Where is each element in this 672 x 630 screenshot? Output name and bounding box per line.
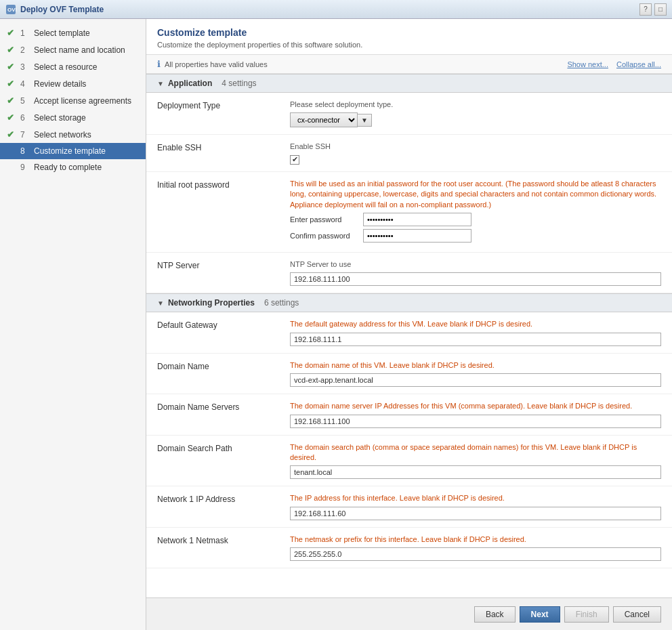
domain-name-servers-input[interactable] xyxy=(290,415,661,428)
deployment-type-arrow-button[interactable]: ▼ xyxy=(358,114,372,127)
expand-button[interactable]: □ xyxy=(654,3,667,16)
domain-search-path-value: The domain search path (comma or space s… xyxy=(290,442,661,480)
domain-name-servers-desc: The domain name server IP Addresses for … xyxy=(290,401,661,411)
initial-root-password-value: This will be used as an initial password… xyxy=(290,179,661,245)
page-subtitle: Customize the deployment properties of t… xyxy=(157,41,661,49)
sidebar-item-customize-template[interactable]: 8 Customize template xyxy=(0,143,146,159)
enter-password-label: Enter password xyxy=(290,215,358,224)
enable-ssh-value: Enable SSH ✔ xyxy=(290,142,661,164)
application-section-header[interactable]: ▼ Application 4 settings xyxy=(146,74,672,93)
enter-password-row: Enter password xyxy=(290,213,661,226)
check-icon: ✔ xyxy=(7,129,16,140)
confirm-password-label: Confirm password xyxy=(290,232,358,240)
deploy-icon: OVF xyxy=(5,4,16,15)
confirm-password-input[interactable] xyxy=(363,229,471,243)
enter-password-input[interactable] xyxy=(363,213,471,226)
check-icon: ✔ xyxy=(7,112,16,123)
sidebar-item-select-networks[interactable]: ✔ 7 Select networks xyxy=(0,126,146,143)
initial-root-password-desc: This will be used as an initial password… xyxy=(290,179,661,210)
networking-arrow-icon: ▼ xyxy=(157,299,164,307)
info-bar: ℹ All properties have valid values Show … xyxy=(146,55,672,74)
domain-name-servers-value: The domain name server IP Addresses for … xyxy=(290,401,661,427)
network1-netmask-row: Network 1 Netmask The netmask or prefix … xyxy=(146,528,672,568)
application-section-label: Application xyxy=(168,79,212,88)
ntp-server-value: NTP Server to use xyxy=(290,259,661,286)
default-gateway-value: The default gateway address for this VM.… xyxy=(290,319,661,345)
check-icon: ✔ xyxy=(7,45,16,55)
check-icon: ✔ xyxy=(7,79,16,89)
domain-search-path-input[interactable] xyxy=(290,465,661,479)
content-header: Customize template Customize the deploym… xyxy=(146,19,672,55)
domain-name-servers-row: Domain Name Servers The domain name serv… xyxy=(146,394,672,435)
default-gateway-label: Default Gateway xyxy=(157,319,279,330)
collapse-all-link[interactable]: Collapse all... xyxy=(616,60,661,68)
sidebar-item-ready-to-complete[interactable]: 9 Ready to complete xyxy=(0,159,146,175)
network1-netmask-label: Network 1 Netmask xyxy=(157,534,279,545)
deployment-type-desc: Please select deployment type. xyxy=(290,100,661,110)
initial-root-password-row: Initial root password This will be used … xyxy=(146,172,672,253)
sidebar-item-select-storage[interactable]: ✔ 6 Select storage xyxy=(0,109,146,126)
show-next-link[interactable]: Show next... xyxy=(567,60,608,68)
enable-ssh-checkbox-wrap: ✔ xyxy=(290,155,661,165)
networking-section-header[interactable]: ▼ Networking Properties 6 settings xyxy=(146,293,672,312)
form-area: ▼ Application 4 settings Deployment Type… xyxy=(146,74,672,597)
domain-name-value: The domain name of this VM. Leave blank … xyxy=(290,360,661,387)
deployment-type-dropdown-wrap: cx-connector ▼ xyxy=(290,112,661,127)
sidebar-item-select-resource[interactable]: ✔ 3 Select a resource xyxy=(0,58,146,75)
info-icon: ℹ xyxy=(157,59,161,69)
network1-ip-input[interactable] xyxy=(290,507,661,520)
back-button[interactable]: Back xyxy=(474,606,516,623)
window-title: Deploy OVF Template xyxy=(20,5,104,14)
info-message: All properties have valid values xyxy=(165,60,268,68)
ntp-server-desc: NTP Server to use xyxy=(290,259,661,270)
initial-root-password-label: Initial root password xyxy=(157,179,279,190)
sidebar: ✔ 1 Select template ✔ 2 Select name and … xyxy=(0,19,146,630)
domain-name-row: Domain Name The domain name of this VM. … xyxy=(146,354,672,394)
network1-netmask-desc: The netmask or prefix for this interface… xyxy=(290,534,661,545)
footer: Back Next Finish Cancel xyxy=(146,597,672,630)
ntp-server-input[interactable] xyxy=(290,272,661,286)
domain-name-servers-label: Domain Name Servers xyxy=(157,401,279,412)
enable-ssh-desc: Enable SSH xyxy=(290,142,661,152)
section-arrow-icon: ▼ xyxy=(157,80,164,87)
sidebar-item-review-details[interactable]: ✔ 4 Review details xyxy=(0,75,146,92)
domain-name-desc: The domain name of this VM. Leave blank … xyxy=(290,360,661,371)
networking-section-count: 6 settings xyxy=(264,298,299,308)
domain-name-input[interactable] xyxy=(290,373,661,387)
domain-name-label: Domain Name xyxy=(157,360,279,371)
page-title: Customize template xyxy=(157,27,661,38)
help-button[interactable]: ? xyxy=(639,3,652,16)
title-bar: OVF Deploy OVF Template ? □ xyxy=(0,0,672,19)
svg-text:OVF: OVF xyxy=(7,7,16,13)
network1-netmask-value: The netmask or prefix for this interface… xyxy=(290,534,661,561)
finish-button[interactable]: Finish xyxy=(564,606,609,623)
sidebar-item-accept-license[interactable]: ✔ 5 Accept license agreements xyxy=(0,92,146,109)
deployment-type-row: Deployment Type Please select deployment… xyxy=(146,93,672,135)
deployment-type-label: Deployment Type xyxy=(157,100,279,110)
enable-ssh-checkbox[interactable]: ✔ xyxy=(290,155,299,165)
enable-ssh-label: Enable SSH xyxy=(157,142,279,152)
domain-search-path-row: Domain Search Path The domain search pat… xyxy=(146,436,672,487)
next-button[interactable]: Next xyxy=(520,606,560,623)
domain-search-path-desc: The domain search path (comma or space s… xyxy=(290,442,661,463)
sidebar-item-select-name-location[interactable]: ✔ 2 Select name and location xyxy=(0,41,146,58)
deployment-type-value: Please select deployment type. cx-connec… xyxy=(290,100,661,127)
network1-netmask-input[interactable] xyxy=(290,547,661,561)
check-icon: ✔ xyxy=(7,96,16,106)
cancel-button[interactable]: Cancel xyxy=(613,606,661,623)
content-area: Customize template Customize the deploym… xyxy=(146,19,672,630)
network1-ip-desc: The IP address for this interface. Leave… xyxy=(290,493,661,503)
deployment-type-select[interactable]: cx-connector xyxy=(290,112,358,127)
default-gateway-desc: The default gateway address for this VM.… xyxy=(290,319,661,329)
check-icon: ✔ xyxy=(7,62,16,72)
sidebar-item-select-template[interactable]: ✔ 1 Select template xyxy=(0,24,146,41)
ntp-server-row: NTP Server NTP Server to use xyxy=(146,253,672,293)
network1-ip-value: The IP address for this interface. Leave… xyxy=(290,493,661,520)
network1-ip-label: Network 1 IP Address xyxy=(157,493,279,504)
domain-search-path-label: Domain Search Path xyxy=(157,442,279,453)
check-icon: ✔ xyxy=(7,28,16,38)
enable-ssh-row: Enable SSH Enable SSH ✔ xyxy=(146,135,672,171)
confirm-password-row: Confirm password xyxy=(290,229,661,243)
default-gateway-row: Default Gateway The default gateway addr… xyxy=(146,312,672,353)
default-gateway-input[interactable] xyxy=(290,333,661,346)
